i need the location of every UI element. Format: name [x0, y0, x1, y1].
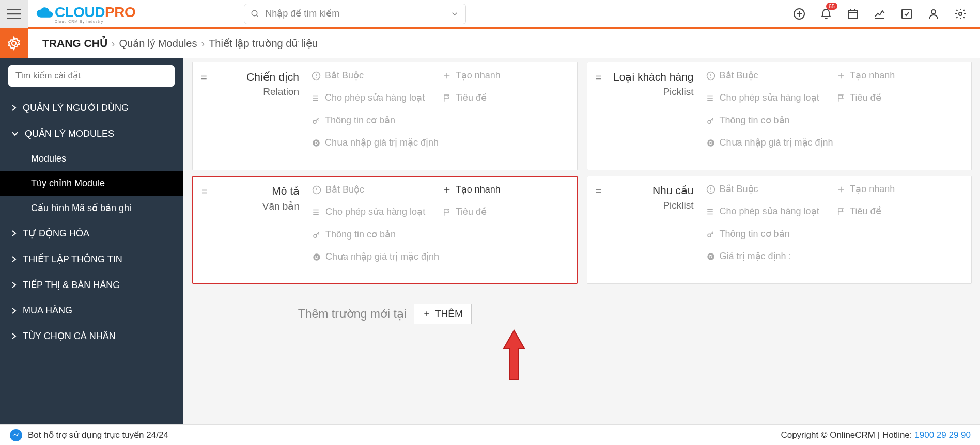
- sidebar-item-label: TÙY CHỌN CÁ NHÂN: [23, 330, 116, 342]
- d-circle-icon: D: [312, 138, 321, 148]
- field-type: Picklist: [608, 86, 694, 98]
- logo-text: CLOUDPRO: [55, 4, 135, 21]
- settings-indicator[interactable]: [0, 29, 28, 58]
- svg-point-4: [931, 10, 936, 14]
- prop-header[interactable]: Tiêu đề: [442, 92, 569, 104]
- settings-button[interactable]: [954, 8, 967, 20]
- prop-header[interactable]: Tiêu đề: [836, 205, 963, 217]
- field-card-campaign[interactable]: = Chiến dịch Relation Bắt Buộc Tạo nhanh…: [192, 62, 578, 170]
- field-card-demand[interactable]: = Nhu cầu Picklist Bắt Buộc Tạo nhanh Ch…: [587, 176, 972, 284]
- footer-bot-text: Bot hỗ trợ sử dụng trực tuyến 24/24: [28, 430, 168, 440]
- sidebar-search: [8, 65, 175, 87]
- notification-badge: 65: [826, 3, 837, 10]
- hamburger-menu[interactable]: [0, 0, 28, 28]
- prop-required[interactable]: Bắt Buộc: [312, 70, 438, 82]
- prop-quick-create[interactable]: Tạo nhanh: [442, 184, 568, 196]
- prop-header[interactable]: Tiêu đề: [442, 206, 568, 218]
- sidebar-item-label: TỰ ĐỘNG HÓA: [23, 228, 89, 239]
- analytics-button[interactable]: [874, 8, 886, 20]
- global-search[interactable]: [244, 4, 466, 24]
- add-field-row: Thêm trường mới tại THÊM: [192, 289, 578, 339]
- breadcrumb-modules[interactable]: Quản lý Modules: [119, 37, 197, 50]
- sidebar-search-input[interactable]: [8, 65, 175, 87]
- chevron-right-icon: [11, 332, 17, 340]
- field-name: Loại khách hàng: [608, 71, 694, 83]
- settings-sidebar: QUẢN LÝ NGƯỜI DÙNG QUẢN LÝ MODULES Modul…: [0, 58, 183, 424]
- calendar-button[interactable]: [847, 8, 859, 20]
- sidebar-sub-modules[interactable]: Modules: [0, 147, 183, 171]
- plus-icon: [442, 71, 452, 81]
- sidebar-item-marketing[interactable]: TIẾP THỊ & BÁN HÀNG: [0, 272, 183, 298]
- drag-handle-icon[interactable]: =: [596, 183, 608, 274]
- prop-header[interactable]: Tiêu đề: [836, 92, 963, 104]
- prop-quick-create[interactable]: Tạo nhanh: [836, 70, 963, 82]
- flag-icon: [442, 93, 452, 103]
- logo-subtitle: Cloud CRM By Industry: [55, 20, 135, 23]
- prop-basic[interactable]: Thông tin cơ bản: [312, 229, 568, 241]
- prop-default[interactable]: DChưa nhập giá trị mặc định: [312, 251, 568, 263]
- chevron-down-icon[interactable]: [450, 9, 459, 19]
- sidebar-sub-numbering[interactable]: Cấu hình Mã số bản ghi: [0, 196, 183, 220]
- field-header: Mô tả Văn bản: [214, 184, 312, 274]
- prop-quick-create[interactable]: Tạo nhanh: [442, 70, 569, 82]
- breadcrumb-fields: Thiết lập trường dữ liệu: [209, 37, 318, 50]
- footer-hotline-label: Hotline:: [882, 430, 912, 440]
- plus-circle-icon: [793, 8, 805, 20]
- logo[interactable]: CLOUDPRO Cloud CRM By Industry: [35, 4, 135, 23]
- search-input[interactable]: [265, 8, 450, 19]
- plus-icon: [836, 71, 846, 81]
- svg-rect-3: [902, 9, 911, 19]
- field-type: Picklist: [608, 200, 694, 211]
- add-field-button[interactable]: THÊM: [414, 304, 472, 324]
- sidebar-item-users[interactable]: QUẢN LÝ NGƯỜI DÙNG: [0, 95, 183, 121]
- gear-icon: [7, 36, 21, 51]
- sidebar-item-modules[interactable]: QUẢN LÝ MODULES: [0, 121, 183, 147]
- tasks-button[interactable]: [900, 8, 913, 20]
- sidebar-item-automation[interactable]: TỰ ĐỘNG HÓA: [0, 220, 183, 246]
- layers-icon: [706, 93, 715, 103]
- svg-text:D: D: [315, 140, 318, 146]
- sidebar-item-personal[interactable]: TÙY CHỌN CÁ NHÂN: [0, 323, 183, 349]
- svg-point-0: [252, 10, 257, 16]
- footer-hotline[interactable]: 1900 29 29 90: [914, 430, 971, 440]
- field-name: Chiến dịch: [213, 71, 299, 83]
- prop-default[interactable]: DGiá trị mặc định :: [706, 250, 963, 262]
- add-button[interactable]: [793, 8, 805, 20]
- breadcrumb-bar: TRANG CHỦ › Quản lý Modules › Thiết lập …: [0, 29, 980, 58]
- prop-default[interactable]: DChưa nhập giá trị mặc định: [312, 137, 569, 149]
- sidebar-item-label: QUẢN LÝ MODULES: [25, 128, 114, 139]
- profile-button[interactable]: [927, 8, 940, 20]
- drag-handle-icon[interactable]: =: [201, 70, 213, 161]
- prop-mass-edit[interactable]: Cho phép sửa hàng loạt: [706, 205, 833, 217]
- sidebar-sub-customize[interactable]: Tùy chỉnh Module: [0, 171, 183, 196]
- messenger-icon[interactable]: [9, 428, 23, 442]
- hamburger-icon: [7, 9, 21, 19]
- layers-icon: [312, 208, 321, 217]
- sidebar-item-purchase[interactable]: MUA HÀNG: [0, 298, 183, 323]
- drag-handle-icon[interactable]: =: [596, 70, 608, 161]
- sidebar-item-label: TIẾP THỊ & BÁN HÀNG: [23, 279, 120, 291]
- sidebar-item-label: QUẢN LÝ NGƯỜI DÙNG: [23, 102, 129, 114]
- prop-required[interactable]: Bắt Buộc: [706, 70, 833, 82]
- breadcrumb-home[interactable]: TRANG CHỦ: [42, 37, 107, 50]
- field-card-customer-type[interactable]: = Loại khách hàng Picklist Bắt Buộc Tạo …: [587, 62, 972, 170]
- notifications-button[interactable]: 65: [820, 8, 832, 20]
- field-card-description[interactable]: = Mô tả Văn bản Bắt Buộc Tạo nhanh Cho p…: [192, 176, 578, 284]
- key-icon: [706, 116, 715, 125]
- drag-handle-icon[interactable]: =: [201, 184, 214, 274]
- prop-basic[interactable]: Thông tin cơ bản: [706, 115, 963, 126]
- prop-basic[interactable]: Thông tin cơ bản: [706, 228, 963, 240]
- prop-mass-edit[interactable]: Cho phép sửa hàng loạt: [312, 92, 438, 104]
- prop-mass-edit[interactable]: Cho phép sửa hàng loạt: [706, 92, 833, 104]
- prop-default[interactable]: DChưa nhập giá trị mặc định: [706, 137, 963, 149]
- prop-required[interactable]: Bắt Buộc: [706, 183, 833, 195]
- prop-mass-edit[interactable]: Cho phép sửa hàng loạt: [312, 206, 438, 218]
- plus-icon: [442, 185, 452, 195]
- prop-basic[interactable]: Thông tin cơ bản: [312, 115, 569, 126]
- prop-quick-create[interactable]: Tạo nhanh: [836, 183, 963, 195]
- sidebar-item-info[interactable]: THIẾT LẬP THÔNG TIN: [0, 246, 183, 272]
- exclamation-icon: [312, 71, 321, 81]
- prop-required[interactable]: Bắt Buộc: [312, 184, 438, 196]
- key-icon: [706, 230, 715, 239]
- field-properties: Bắt Buộc Tạo nhanh Cho phép sửa hàng loạ…: [312, 70, 569, 161]
